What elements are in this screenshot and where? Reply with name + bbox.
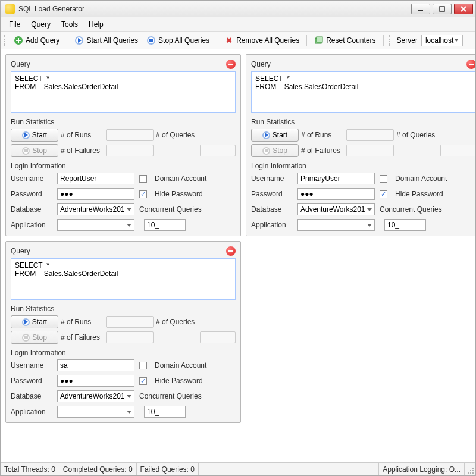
- hide-password-checkbox[interactable]: [139, 377, 147, 385]
- password-label: Password: [11, 190, 52, 198]
- menubar: File Query Tools Help: [1, 17, 475, 32]
- remove-panel-button[interactable]: [466, 60, 475, 69]
- chevron-down-icon: [127, 224, 131, 227]
- menu-tools[interactable]: Tools: [61, 20, 78, 29]
- stop-button[interactable]: Stop: [251, 144, 299, 157]
- remove-panel-button[interactable]: [226, 246, 236, 256]
- reset-counters-button[interactable]: Reset Counters: [312, 35, 378, 46]
- remove-panel-button[interactable]: [226, 60, 236, 69]
- stop-all-button[interactable]: Stop All Queries: [144, 35, 212, 46]
- stop-button-label: Stop: [32, 333, 47, 342]
- start-button[interactable]: Start: [11, 129, 58, 142]
- menu-file[interactable]: File: [9, 20, 20, 29]
- start-button[interactable]: Start: [251, 129, 299, 142]
- window: SQL Load Generator File Query Tools Help: [0, 0, 476, 476]
- num-runs-readout: [346, 129, 394, 141]
- start-button[interactable]: Start: [11, 315, 58, 328]
- domain-account-checkbox[interactable]: [139, 175, 147, 183]
- reset-icon: [314, 36, 324, 45]
- query-panel: Query SELECT * FROM Sales.SalesOrderDeta…: [5, 241, 241, 423]
- start-all-label: Start All Queries: [86, 36, 138, 45]
- query-panel: Query SELECT * FROM Sales.SalesOrderDeta…: [246, 54, 475, 236]
- num-failures-label: # of Failures: [301, 146, 344, 155]
- num-queries-readout: [200, 145, 236, 156]
- sql-textarea[interactable]: SELECT * FROM Sales.SalesOrderDetail: [11, 71, 236, 113]
- stop-icon: [146, 36, 156, 45]
- password-field[interactable]: [57, 188, 134, 200]
- database-combo[interactable]: AdventureWorks201: [57, 203, 134, 215]
- start-button-label: Start: [273, 131, 287, 139]
- concurrent-queries-field[interactable]: [144, 406, 186, 418]
- application-combo[interactable]: [57, 406, 134, 418]
- minimize-button[interactable]: [411, 4, 430, 14]
- chevron-down-icon: [454, 39, 459, 42]
- menu-help[interactable]: Help: [89, 20, 104, 29]
- toolbar: Add Query Start All Queries Stop All Que…: [1, 32, 475, 49]
- remove-all-button[interactable]: ✖ Remove All Queries: [222, 35, 302, 46]
- start-button-label: Start: [32, 318, 47, 326]
- sql-textarea[interactable]: SELECT * FROM Sales.SalesOrderDetail: [11, 258, 236, 300]
- add-query-button[interactable]: Add Query: [11, 35, 62, 46]
- maximize-button[interactable]: [433, 4, 452, 14]
- database-combo[interactable]: AdventureWorks201: [298, 203, 375, 215]
- password-label: Password: [11, 377, 52, 385]
- status-failed: Failed Queries: 0: [137, 463, 199, 475]
- plus-icon: [14, 36, 23, 45]
- database-combo[interactable]: AdventureWorks201: [57, 390, 134, 402]
- hide-password-checkbox[interactable]: [139, 190, 147, 198]
- application-label: Application: [11, 408, 52, 416]
- password-field[interactable]: [298, 188, 375, 200]
- minimize-icon: [417, 6, 424, 12]
- close-icon: [460, 6, 467, 12]
- sql-textarea[interactable]: SELECT * FROM Sales.SalesOrderDetail: [251, 71, 475, 113]
- toolbar-separator: [383, 35, 384, 46]
- run-statistics-label: Run Statistics: [251, 118, 475, 126]
- concurrent-queries-field[interactable]: [384, 219, 426, 231]
- application-combo[interactable]: [298, 219, 375, 231]
- stop-button-label: Stop: [273, 146, 287, 155]
- database-label: Database: [11, 205, 52, 214]
- app-icon: [5, 4, 15, 14]
- statusbar: Total Threads: 0 Completed Queries: 0 Fa…: [1, 462, 475, 475]
- database-label: Database: [11, 392, 52, 400]
- toolbar-separator: [67, 35, 67, 46]
- username-field[interactable]: [298, 173, 375, 184]
- concurrent-queries-field[interactable]: [144, 219, 186, 231]
- menu-query[interactable]: Query: [31, 20, 51, 29]
- stop-button[interactable]: Stop: [11, 144, 58, 157]
- server-combo[interactable]: localhost: [421, 35, 463, 46]
- query-panel-title: Query: [11, 60, 30, 68]
- domain-account-label: Domain Account: [395, 174, 475, 183]
- minus-icon: [228, 64, 233, 65]
- username-field[interactable]: [57, 359, 134, 371]
- play-icon: [74, 36, 84, 45]
- username-label: Username: [11, 174, 52, 183]
- svg-point-10: [470, 472, 471, 474]
- num-failures-readout: [106, 331, 154, 343]
- start-all-button[interactable]: Start All Queries: [72, 35, 140, 46]
- database-value: AdventureWorks201: [60, 392, 125, 400]
- resize-grip[interactable]: [465, 463, 475, 475]
- password-field[interactable]: [57, 375, 134, 387]
- application-combo[interactable]: [57, 219, 134, 231]
- stop-icon: [262, 147, 270, 155]
- username-label: Username: [11, 361, 52, 369]
- num-failures-label: # of Failures: [61, 333, 104, 342]
- username-field[interactable]: [57, 173, 134, 184]
- num-queries-label: # of Queries: [396, 131, 438, 139]
- domain-account-checkbox[interactable]: [139, 362, 147, 369]
- chevron-down-icon: [367, 224, 372, 227]
- num-runs-readout: [106, 316, 154, 328]
- domain-account-label: Domain Account: [155, 361, 236, 369]
- chevron-down-icon: [127, 395, 131, 398]
- panels-container: Query SELECT * FROM Sales.SalesOrderDeta…: [1, 49, 475, 428]
- svg-point-14: [472, 468, 474, 469]
- close-button[interactable]: [454, 4, 473, 14]
- domain-account-checkbox[interactable]: [380, 175, 387, 183]
- stop-button[interactable]: Stop: [11, 331, 58, 344]
- play-icon: [262, 131, 270, 139]
- hide-password-label: Hide Password: [155, 377, 236, 385]
- concurrent-queries-label: Concurrent Queries: [380, 205, 442, 214]
- svg-point-9: [472, 472, 474, 474]
- hide-password-checkbox[interactable]: [380, 190, 387, 198]
